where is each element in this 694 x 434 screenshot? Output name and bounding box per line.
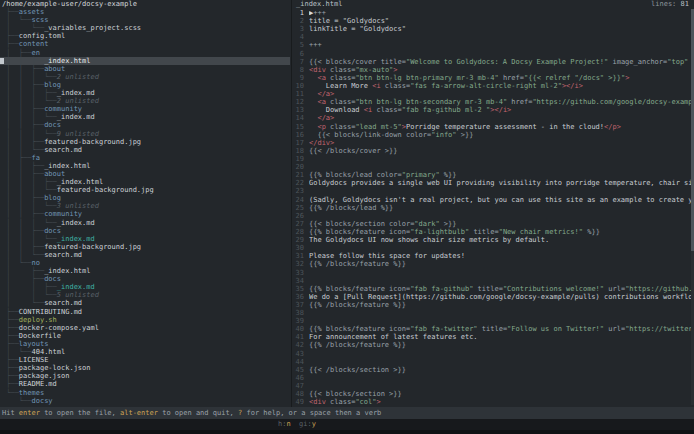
line-number: 19 (292, 155, 304, 163)
tree-row[interactable]: └──docsy (0, 397, 290, 405)
tree-branch-lines: │ └── (2, 259, 32, 267)
file-name: fa (32, 154, 40, 162)
tree-row[interactable]: │ │ └──search.md (0, 146, 290, 154)
tree-row[interactable]: │ │ │ ├──_index.html (0, 178, 290, 186)
preview-line: 5+++ (292, 41, 694, 49)
tree-row[interactable]: │ │ ├──docs (0, 121, 290, 129)
line-text: For announcement of latest features etc. (309, 333, 694, 341)
line-text: {{% /blocks/feature %}} (309, 260, 694, 268)
preview-line: 6 (292, 50, 694, 58)
line-number: 48 (292, 390, 304, 398)
line-number: 24 (292, 196, 304, 204)
tree-branch-lines: ├── (2, 308, 19, 316)
tree-row[interactable]: │ │ ├──community (0, 210, 290, 218)
tree-row[interactable]: ├──Dockerfile (0, 332, 290, 340)
tree-row[interactable]: │ └──search.md (0, 299, 290, 307)
line-number: 43 (292, 350, 304, 358)
tree-row[interactable]: │ │ │ ├──_index.md (0, 89, 290, 97)
mode-flags: h:n gi:y (278, 419, 316, 430)
file-name: docs (44, 227, 61, 235)
line-text: {{% blocks/lead color="primary" %}} (309, 171, 694, 179)
preview-line: 45{{< /blocks/section >}} (292, 366, 694, 374)
tree-row[interactable]: ├──layouts (0, 340, 290, 348)
line-text (309, 382, 694, 390)
file-name: docs (44, 121, 61, 129)
tree-row[interactable]: /home/example-user/docsy-example (0, 0, 290, 8)
line-number: 23 (292, 187, 304, 195)
lines-label: lines: (651, 0, 676, 8)
tree-row[interactable]: ├──CONTRIBUTING.md (0, 308, 290, 316)
tree-branch-lines: │ │ ├── (2, 138, 44, 146)
line-text: <a class="btn btn-lg btn-secondary mr-3 … (309, 98, 694, 106)
tree-row[interactable]: │ │ │ └──2 unlisted (0, 73, 290, 81)
unlisted-count: 9 unlisted (57, 130, 99, 138)
file-name: README.md (19, 380, 57, 388)
tree-row[interactable]: │ │ ├──docs (0, 227, 290, 235)
tree-row[interactable]: │ │ ├──blog (0, 81, 290, 89)
line-number: 1 (292, 9, 304, 17)
line-number: 18 (292, 147, 304, 155)
tree-branch-lines: │ │ └── (2, 251, 44, 259)
line-number: 45 (292, 366, 304, 374)
tree-row[interactable]: │ │ ├──featured-background.jpg (0, 138, 290, 146)
tree-branch-lines: │ │ │ └── (2, 97, 57, 105)
hint-key: alt-enter (120, 409, 158, 417)
file-name: featured-background.jpg (57, 186, 154, 194)
input-line[interactable]: :e h:n gi:y (0, 419, 694, 430)
tree-row[interactable]: │ │ │ └──_index.md (0, 219, 290, 227)
preview-line: 44 (292, 358, 694, 366)
tree-row[interactable]: │ │ │ └──9 unlisted (0, 130, 290, 138)
file-name: search.md (44, 299, 82, 307)
file-name: _index.md (57, 219, 95, 227)
tree-branch-lines: │ ├── (2, 49, 32, 57)
tree-row[interactable]: │ ├──fa (0, 154, 290, 162)
file-name: Dockerfile (19, 332, 61, 340)
line-number: 47 (292, 382, 304, 390)
file-name: deploy.sh (19, 316, 57, 324)
tree-row[interactable]: ├──LICENSE (0, 356, 290, 364)
line-number: 40 (292, 325, 304, 333)
tree-branch-lines: │ ├── (2, 275, 44, 283)
line-text: The Goldydocs UI now shows chair size me… (309, 236, 694, 244)
file-tree: /home/example-user/docsy-example ├──asse… (0, 0, 290, 405)
hint-text: to open the file, (40, 409, 120, 417)
tree-row[interactable]: │ │ │ └──2 unlisted (0, 97, 290, 105)
line-number: 42 (292, 341, 304, 349)
preview-line: 11 </a> (292, 90, 694, 98)
tree-row[interactable]: ├──docker-compose.yaml (0, 324, 290, 332)
tree-branch-lines: │ │ ├── (2, 65, 44, 73)
tree-row[interactable]: │ │ └──search.md (0, 251, 290, 259)
tree-row[interactable]: │ │ ├──about (0, 65, 290, 73)
tree-row[interactable]: │ │ ├──_index.html (0, 162, 290, 170)
file-name: assets (19, 8, 44, 16)
preview-line: 21{{% blocks/lead color="primary" %}} (292, 171, 694, 179)
line-number: 21 (292, 171, 304, 179)
tree-row[interactable]: ├──README.md (0, 380, 290, 388)
tree-row[interactable]: │ ├──_index.html (0, 267, 290, 275)
preview-line: 7{{< blocks/cover title="Welcome to Gold… (292, 58, 694, 66)
preview-lines: 1▶+++2title = "Goldydocs"3linkTitle = "G… (292, 9, 694, 406)
preview-line: 16 {{< blocks/link-down color="info" >}} (292, 131, 694, 139)
file-name: search.md (44, 146, 82, 154)
line-text (309, 317, 694, 325)
line-number: 26 (292, 212, 304, 220)
tree-row[interactable]: │ │ │ └──_index.md (0, 235, 290, 243)
tree-row[interactable]: └──themes (0, 389, 290, 397)
tree-row[interactable]: │ └──404.html (0, 348, 290, 356)
tree-row[interactable]: │ │ ├──_index.html (0, 57, 290, 65)
line-number: 5 (292, 41, 304, 49)
line-text: {{% blocks/feature icon="fab fa-github" … (309, 285, 694, 293)
tree-branch-lines: │ │ ├── (2, 243, 44, 251)
tree-row[interactable]: │ ├──en (0, 49, 290, 57)
tree-row[interactable]: │ └──no (0, 259, 290, 267)
tree-row[interactable]: ├──content (0, 40, 290, 48)
tree-row[interactable]: ├──assets (0, 8, 290, 16)
preview-line: 41For announcement of latest features et… (292, 333, 694, 341)
tree-row[interactable]: ├──deploy.sh (0, 316, 290, 324)
line-text (309, 163, 694, 171)
line-text: {{< blocks/section color="dark" >}} (309, 220, 694, 228)
line-text: Please follow this space for updates! (309, 252, 694, 260)
tree-row[interactable]: │ │ ├──about (0, 170, 290, 178)
line-text: {{% blocks/feature icon="fab fa-twitter"… (309, 325, 694, 333)
tree-row[interactable]: │ │ ├──featured-background.jpg (0, 243, 290, 251)
